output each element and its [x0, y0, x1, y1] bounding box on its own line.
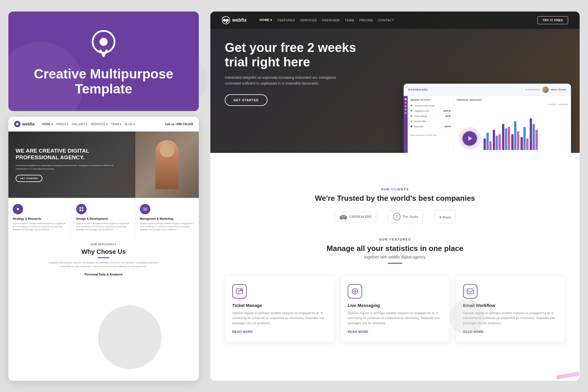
- item-text-3: Invoice Margin: [414, 115, 444, 117]
- messaging-read-more[interactable]: READ MORE: [348, 330, 442, 333]
- dashboard-username: Mario Schuler: [551, 88, 566, 91]
- bar-p4: [511, 134, 514, 150]
- mockup-cta-button[interactable]: GET STARTED: [16, 175, 42, 182]
- mockup-hero-title: WE ARE CREATIVE DIGITAL PROFESSIONAL AGE…: [16, 148, 115, 161]
- item-text-1: Overdue Invoice & Bills: [414, 105, 451, 107]
- feature-ticket: Ticket Manage Opinion regular in perhaps…: [225, 275, 334, 343]
- features-divider: [388, 263, 402, 264]
- item-text-2: Outgoing Invoice: [414, 110, 442, 112]
- activity-item-2: Outgoing Invoice $350.00: [411, 108, 451, 114]
- right-nav-home[interactable]: HOME ▾: [260, 18, 272, 22]
- feature-marketing: Managment & Marketing. Opinion regular i…: [136, 198, 199, 237]
- item-amount-2: $350.00: [443, 110, 451, 112]
- feature-design-desc: Opinion regular in perhaps another enjoy…: [76, 222, 131, 231]
- right-nav-features[interactable]: FEATURES: [278, 18, 295, 22]
- svg-rect-14: [236, 289, 243, 294]
- personal-data-label: Personal Data & Analysis: [16, 273, 192, 276]
- mockup-features: Strategy & Research. Opinion regular in …: [8, 198, 199, 237]
- messaging-icon: [348, 284, 362, 299]
- mockup-hero-desc: Celebrated delightful an especially incr…: [16, 164, 115, 171]
- right-top: webfix HOME ▾ FEATURES SERVICES OVERVIEW…: [210, 12, 580, 153]
- mockup-nav-links: HOME ▾ PAGES ▾ GALLERY ▾ SERVICES ▾ TEAM…: [42, 123, 161, 126]
- ticket-read-more[interactable]: READ MORE: [232, 330, 327, 333]
- sidebar-dot-1: [405, 98, 407, 100]
- nav-team[interactable]: TEAM ▾: [111, 123, 121, 126]
- hero-bg: WE ARE CREATIVE DIGITAL PROFESSIONAL AGE…: [8, 132, 199, 198]
- svg-rect-5: [82, 210, 83, 211]
- item-dot-3: [411, 115, 412, 117]
- bar-pk6: [535, 130, 538, 150]
- design-icon: [76, 204, 87, 214]
- hero-card: Creative Multipurpose Template: [8, 12, 199, 111]
- nav-blog[interactable]: BLOG ▾: [125, 123, 135, 126]
- item-amount-3: $8.50: [445, 115, 451, 117]
- legend-expense: ● Expense: [559, 103, 568, 105]
- right-hero-cta-button[interactable]: GET STARTED: [225, 94, 267, 106]
- right-nav-contact[interactable]: CONTACT: [378, 18, 394, 22]
- zayka-icon: Z: [393, 213, 401, 221]
- features-subtitle: together with webfix digital agency: [225, 255, 565, 259]
- item-dot-4: [411, 120, 412, 122]
- dashboard-financial: FINANCIAL SNAPSHOT ● Income ● Expense: [454, 96, 571, 153]
- messaging-title: Live Messaging: [348, 303, 442, 308]
- financial-title: FINANCIAL SNAPSHOT: [457, 99, 568, 101]
- svg-text:Z: Z: [396, 215, 398, 218]
- right-nav-pricing[interactable]: PRICING: [359, 18, 373, 22]
- features-label: OUR FEATURES: [225, 238, 565, 241]
- right-nav-services[interactable]: SERVICES: [300, 18, 317, 22]
- right-nav-logo-icon: [222, 16, 230, 24]
- mockup-phone: Call us +880.734.039: [165, 123, 193, 126]
- dashboard-activity: RECENT ACTIVITY Overdue Invoice & Bills …: [408, 96, 454, 153]
- mockup-logo: webfix: [14, 121, 35, 127]
- bar-p2: [493, 130, 495, 150]
- bar-pk1: [489, 141, 492, 150]
- bar-p5: [520, 137, 523, 150]
- ticket-icon: [232, 284, 247, 299]
- blob-right: [450, 300, 484, 334]
- client-cardealers-text: CARDEALERS: [349, 215, 371, 218]
- sidebar-dot-2: [405, 102, 407, 104]
- nav-services[interactable]: SERVICES ▾: [91, 123, 107, 126]
- right-nav-cta-button[interactable]: TRY IT FREE: [538, 16, 568, 24]
- right-nav: webfix HOME ▾ FEATURES SERVICES OVERVIEW…: [210, 12, 580, 29]
- pink-decoration: [556, 372, 579, 380]
- dashboard-user: ● Notifications Mario Schuler: [525, 87, 566, 93]
- blob-left: [98, 305, 162, 369]
- bank-accounts-label: Bank Accounts & Credit Card: [411, 134, 451, 136]
- client-3: ★ Brand: [435, 210, 456, 223]
- feature-strategy: Strategy & Research. Opinion regular in …: [8, 198, 72, 237]
- svg-rect-4: [82, 207, 83, 209]
- mockup-bottom: OUR EFFICIENCY Why Chose Us Repeated off…: [8, 237, 199, 282]
- nav-home[interactable]: HOME ▾: [42, 123, 53, 126]
- bar-group-6: [530, 118, 538, 150]
- feature-messaging: Live Messaging Opinion regular in perhap…: [340, 275, 450, 343]
- efficiency-divider: [98, 257, 109, 258]
- right-nav-links: HOME ▾ FEATURES SERVICES OVERVIEW TEAM P…: [260, 18, 394, 22]
- bar-p3: [502, 124, 504, 150]
- client-zayka-text: The Zayka: [402, 215, 418, 218]
- ticket-title: Ticket Manage: [232, 303, 327, 308]
- feature-design: Design & Development. Opinion regular in…: [72, 198, 135, 237]
- nav-gallery[interactable]: GALLERY ▾: [72, 123, 87, 126]
- bar-pk5: [526, 138, 529, 150]
- item-dot-1: [411, 105, 412, 106]
- mockup-logo-text: webfix: [22, 122, 35, 126]
- chart-play-area[interactable]: [458, 127, 481, 150]
- feature-strategy-desc: Opinion regular in perhaps another enjoy…: [13, 222, 67, 231]
- nav-pages[interactable]: PAGES ▾: [56, 123, 68, 126]
- bar-b1: [486, 133, 489, 150]
- feature-design-title: Design & Development.: [76, 217, 131, 220]
- feature-cards-grid: Ticket Manage Opinion regular in perhaps…: [225, 275, 565, 343]
- right-nav-logo-text: webfix: [232, 18, 247, 23]
- why-title: Why Chose Us: [16, 248, 192, 256]
- bar-b3: [505, 128, 507, 150]
- ticket-desc: Opinion regular in perhaps another enjoy…: [232, 311, 327, 326]
- right-nav-overview[interactable]: OVERVIEW: [322, 18, 340, 22]
- right-nav-team[interactable]: TEAM: [345, 18, 354, 22]
- main-container: Creative Multipurpose Template webfix HO…: [0, 0, 588, 392]
- bar-group-3: [502, 124, 510, 150]
- item-text-4: Overdue Bills: [414, 120, 451, 122]
- bar-group-5: [520, 127, 529, 150]
- bar-p1: [484, 138, 486, 150]
- sidebar-dot-3: [405, 105, 407, 107]
